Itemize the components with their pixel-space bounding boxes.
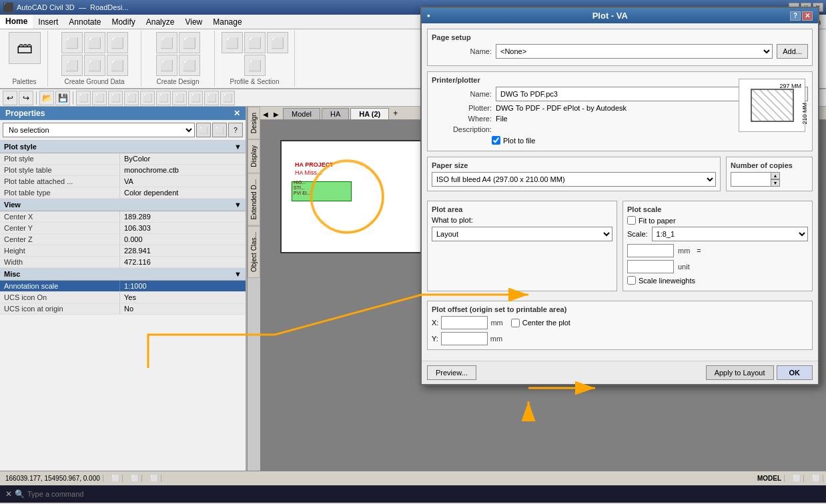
design-btn-4[interactable]: ⬜	[179, 55, 200, 76]
nav-next[interactable]: ▶	[271, 109, 282, 119]
ribbon-section-label-palettes: Palettes	[12, 78, 36, 85]
side-tab-object[interactable]: Object Clas...	[248, 226, 260, 278]
prop-value[interactable]: VA	[120, 176, 246, 187]
command-input[interactable]	[27, 490, 821, 498]
x-offset-input[interactable]: 0.00	[441, 316, 488, 329]
side-tab-display[interactable]: Display	[248, 139, 260, 173]
toolbar-btn-1[interactable]: ⬜	[76, 91, 91, 105]
ground-btn-5[interactable]: ⬜	[84, 55, 105, 76]
profile-btn-1[interactable]: ⬜	[222, 32, 243, 53]
design-btn-1[interactable]: ⬜	[156, 32, 177, 53]
ground-btn-6[interactable]: ⬜	[107, 55, 128, 76]
prop-value[interactable]: 0.000	[120, 234, 246, 245]
paper-size-select[interactable]: ISO full bleed A4 (297.00 x 210.00 MM)	[432, 172, 716, 187]
cmd-icon-1[interactable]: ✕	[5, 489, 12, 499]
prop-value[interactable]: No	[120, 303, 246, 314]
toolbar-btn-10[interactable]: ⬜	[220, 91, 235, 105]
toolbar-btn-9[interactable]: ⬜	[204, 91, 219, 105]
panel-close[interactable]: ✕	[234, 109, 240, 118]
tab-model[interactable]: Model	[283, 108, 320, 119]
ok-button[interactable]: OK	[777, 365, 813, 380]
toolbar-btn-7[interactable]: ⬜	[172, 91, 187, 105]
cmd-icon-2[interactable]: 🔍	[15, 489, 25, 499]
dialog-close-btn[interactable]: ✕	[802, 11, 813, 21]
toolbar-btn-3[interactable]: ⬜	[108, 91, 123, 105]
prop-value[interactable]: 228.941	[120, 245, 246, 256]
scale-select[interactable]: 1:8_1	[652, 227, 808, 241]
prop-row-center-x: Center X 189.289	[0, 211, 246, 223]
add-tab-btn[interactable]: +	[389, 107, 402, 119]
preview-button[interactable]: Preview...	[427, 365, 476, 380]
toolbar-btn-4[interactable]: ⬜	[124, 91, 139, 105]
printer-name-select[interactable]: DWG To PDF.pc3	[496, 87, 753, 101]
profile-btn-4[interactable]: ⬜	[244, 55, 266, 76]
ground-btn-4[interactable]: ⬜	[61, 55, 83, 76]
x-mm-label: mm	[490, 319, 502, 327]
menu-home[interactable]: Home	[0, 15, 33, 29]
menu-analyze[interactable]: Analyze	[141, 15, 180, 29]
toolspace-large-btn[interactable]: 🗃	[9, 32, 41, 64]
copies-up[interactable]: ▴	[771, 172, 780, 179]
y-offset-input[interactable]: 0.00	[441, 332, 488, 345]
printer-name-label: Name:	[432, 90, 492, 98]
menu-annotate[interactable]: Annotate	[63, 15, 106, 29]
plot-style-header[interactable]: Plot style ▼	[0, 141, 246, 153]
tab-ha2[interactable]: HA (2)	[350, 108, 389, 119]
scale-value2[interactable]: 1	[627, 260, 674, 273]
status-icon-5: ⬜	[809, 475, 823, 482]
prop-value[interactable]: ByColor	[120, 153, 246, 164]
view-header[interactable]: View ▼	[0, 199, 246, 211]
center-plot-checkbox[interactable]	[511, 319, 520, 327]
toolbar-btn-8[interactable]: ⬜	[188, 91, 203, 105]
scale-lineweights-checkbox[interactable]	[627, 276, 636, 285]
plot-scale-section: Plot scale Fit to paper Scale: 1:8_1	[623, 201, 813, 291]
nav-prev[interactable]: ◀	[260, 109, 271, 119]
toolbar-btn-undo[interactable]: ↩	[3, 91, 17, 105]
ground-btn-1[interactable]: ⬜	[61, 32, 83, 53]
copies-down[interactable]: ▾	[771, 179, 780, 187]
profile-btn-3[interactable]: ⬜	[267, 32, 288, 53]
apply-to-layout-button[interactable]: Apply to Layout	[706, 365, 774, 380]
copies-input[interactable]: 1	[731, 172, 771, 187]
prop-value[interactable]: monochrome.ctb	[120, 165, 246, 175]
toolbar-btn-6[interactable]: ⬜	[156, 91, 171, 105]
ground-btn-2[interactable]: ⬜	[84, 32, 105, 53]
scale-value1[interactable]: 1	[627, 244, 674, 257]
tab-ha[interactable]: HA	[322, 108, 349, 119]
side-tab-design[interactable]: Design	[248, 107, 260, 139]
side-tab-extended[interactable]: Extended D...	[248, 173, 260, 226]
add-button[interactable]: Add...	[777, 44, 808, 59]
prop-value[interactable]: 1:1000	[120, 281, 246, 291]
selection-dropdown[interactable]: No selection	[3, 123, 195, 137]
plot-to-file-checkbox[interactable]	[492, 136, 500, 145]
prop-name: Annotation scale	[0, 281, 120, 291]
menu-view[interactable]: View	[179, 15, 208, 29]
what-to-plot-select[interactable]: Layout	[432, 227, 612, 241]
drawing-paper: HA PROJECT HA Miss... HIG... STI... PVI …	[280, 140, 427, 253]
help-btn[interactable]: ?	[228, 123, 243, 137]
prop-value[interactable]: 189.289	[120, 211, 246, 222]
page-setup-name[interactable]: <None>	[496, 44, 773, 59]
toolbar-btn-2[interactable]: ⬜	[92, 91, 107, 105]
toolbar-btn-open[interactable]: 📂	[39, 91, 54, 105]
select-similar-btn[interactable]: ⬜	[212, 123, 227, 137]
prop-value[interactable]: Yes	[120, 292, 246, 303]
dialog-help-btn[interactable]: ?	[790, 11, 801, 21]
prop-row-height: Height 228.941	[0, 245, 246, 257]
toolbar-btn-redo[interactable]: ↪	[19, 91, 33, 105]
profile-btn-2[interactable]: ⬜	[244, 32, 266, 53]
menu-modify[interactable]: Modify	[106, 15, 140, 29]
fit-to-paper-checkbox[interactable]	[627, 216, 636, 225]
design-btn-2[interactable]: ⬜	[179, 32, 200, 53]
prop-value[interactable]: Color dependent	[120, 187, 246, 198]
quick-select-btn[interactable]: ⬜	[196, 123, 211, 137]
prop-value[interactable]: 472.116	[120, 257, 246, 267]
toolbar-btn-5[interactable]: ⬜	[140, 91, 155, 105]
prop-value[interactable]: 106.303	[120, 223, 246, 233]
design-btn-3[interactable]: ⬜	[156, 55, 177, 76]
ground-btn-3[interactable]: ⬜	[107, 32, 128, 53]
misc-header[interactable]: Misc ▼	[0, 268, 246, 281]
menu-insert[interactable]: Insert	[33, 15, 63, 29]
toolbar-btn-save[interactable]: 💾	[55, 91, 70, 105]
menu-manage[interactable]: Manage	[208, 15, 247, 29]
